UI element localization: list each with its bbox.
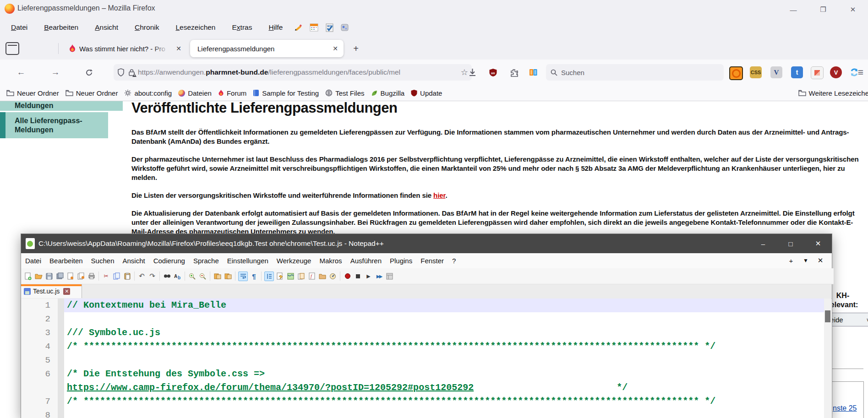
document-list-icon[interactable]	[297, 272, 306, 281]
notepad-minimize-button[interactable]: –	[749, 234, 777, 253]
sync-horizontal-icon[interactable]	[224, 272, 232, 281]
new-file-icon[interactable]	[24, 272, 33, 281]
bookmark-about-config[interactable]: about:config	[124, 89, 172, 97]
downloads-icon[interactable]	[465, 65, 480, 79]
npp-menu-ansicht[interactable]: Ansicht	[118, 255, 149, 266]
word-wrap-icon[interactable]	[238, 271, 248, 281]
function-list-icon[interactable]	[276, 272, 284, 281]
extension-icon-t[interactable]: t	[791, 66, 803, 78]
tab-close-icon[interactable]: ✕	[330, 43, 341, 54]
minimize-button[interactable]: —	[783, 4, 804, 16]
doc-tab-test-uc-js[interactable]: Test.uc.js ✕	[21, 284, 82, 298]
forward-icon[interactable]: →	[48, 65, 63, 79]
tracking-shield-icon[interactable]	[117, 68, 125, 76]
zoom-in-icon[interactable]	[188, 272, 197, 281]
bookmark-weitere-lesezeichen[interactable]: Weitere Lesezeiche	[798, 89, 868, 97]
npp-menu-codierung[interactable]: Codierung	[149, 255, 189, 266]
menu-bearbeiten[interactable]: Bearbeiten	[38, 21, 84, 34]
npp-menu-ausfuehren[interactable]: Ausführen	[346, 255, 386, 266]
sidebar-item-alle-lieferengpass-meldungen[interactable]: Alle Lieferengpass-Meldungen	[0, 112, 108, 138]
close-all-icon[interactable]	[76, 272, 85, 281]
bookmark-bugzilla[interactable]: Bugzilla	[371, 89, 405, 97]
run-macro-multiple-icon[interactable]: ▶▶	[375, 272, 383, 281]
notepad-title-bar[interactable]: C:\Users\weiss\AppData\Roaming\Mozilla\F…	[21, 234, 832, 253]
close-button[interactable]: ✕	[842, 4, 863, 16]
stop-macro-icon[interactable]	[354, 272, 362, 281]
save-all-icon[interactable]	[55, 272, 64, 281]
bookmark-test-files[interactable]: Test Files	[325, 89, 364, 97]
extension-icon-page[interactable]	[811, 66, 824, 79]
bookmark-sample-for-testing[interactable]: Sample for Testing	[253, 89, 319, 97]
show-all-characters-icon[interactable]: ¶	[250, 272, 258, 281]
extensions-puzzle-icon[interactable]	[507, 65, 521, 79]
npp-menu-werkzeuge[interactable]: Werkzeuge	[273, 255, 316, 266]
npp-menu-datei[interactable]: Datei	[21, 255, 45, 266]
notepad-close-button[interactable]: ✕	[804, 234, 832, 253]
npp-menu-close-button[interactable]: ✕	[814, 255, 826, 266]
menu-datei[interactable]: Datei	[5, 21, 33, 34]
extension-icon-red-v[interactable]: V	[830, 66, 842, 78]
menu-extras[interactable]: Extras	[227, 21, 258, 34]
folder-workspace-icon[interactable]	[318, 272, 327, 281]
editor-vertical-scrollbar[interactable]	[824, 299, 831, 418]
calendar-icon[interactable]	[308, 22, 319, 33]
bookmark-neuer-ordner-2[interactable]: Neuer Ordner	[66, 89, 118, 97]
function-signature-icon[interactable]: f	[307, 272, 316, 281]
npp-menu-suchen[interactable]: Suchen	[87, 255, 119, 266]
menu-lesezeichen[interactable]: Lesezeichen	[170, 21, 221, 34]
hier-link[interactable]: hier	[433, 191, 445, 199]
open-file-icon[interactable]	[34, 272, 43, 281]
sync-vertical-icon[interactable]	[213, 272, 222, 281]
menu-chronik[interactable]: Chronik	[129, 21, 164, 34]
close-file-icon[interactable]	[66, 272, 75, 281]
menu-hilfe[interactable]: Hilfe	[263, 21, 288, 34]
hamburger-menu-icon[interactable]: ≡	[853, 65, 868, 79]
menu-ansicht[interactable]: Ansicht	[89, 21, 124, 34]
w3c-validator-icon[interactable]: W3C	[324, 22, 335, 33]
reload-icon[interactable]	[82, 65, 96, 79]
npp-menu-bearbeiten[interactable]: Bearbeiten	[45, 255, 87, 266]
tab-lieferengpassmeldungen[interactable]: Lieferengpassmeldungen ✕	[190, 40, 344, 57]
extension-icon-1[interactable]	[729, 66, 743, 80]
lock-warning-icon[interactable]	[128, 69, 135, 76]
camp-firefox-url[interactable]: https://www.camp-firefox.de/forum/thema/…	[67, 382, 474, 393]
npp-plus-button[interactable]: +	[785, 255, 797, 266]
tab-was-stimmt-hier-nicht[interactable]: Was stimmt hier nicht? - Pro ✕	[64, 40, 184, 57]
replace-icon[interactable]: Ab	[173, 272, 182, 281]
sidebar-item-meldungen[interactable]: Meldungen	[0, 101, 123, 111]
find-icon[interactable]	[163, 272, 171, 281]
save-macro-icon[interactable]	[385, 272, 394, 281]
pagination-naechste-link[interactable]: nste 25	[833, 404, 857, 413]
record-macro-icon[interactable]	[343, 272, 352, 281]
ublock-origin-icon[interactable]: uo	[486, 65, 500, 79]
back-icon[interactable]: ←	[14, 65, 28, 79]
url-bar[interactable]: https://anwendungen.pharmnet-bund.de/lie…	[114, 64, 472, 81]
play-macro-icon[interactable]: ▶	[364, 272, 373, 281]
print-icon[interactable]	[87, 272, 96, 281]
addon-misc-icon[interactable]	[339, 22, 350, 33]
undo-icon[interactable]: ↶	[137, 272, 146, 281]
redo-icon[interactable]: ↷	[148, 272, 157, 281]
cut-icon[interactable]: ✂	[102, 272, 110, 281]
npp-menu-makros[interactable]: Makros	[315, 255, 346, 266]
bookmark-forum[interactable]: Forum	[218, 89, 246, 97]
paste-icon[interactable]	[123, 272, 131, 281]
bookmark-dateien[interactable]: Dateien	[178, 89, 212, 97]
extension-icon-v[interactable]: V	[770, 66, 782, 78]
npp-menu-sprache[interactable]: Sprache	[189, 255, 223, 266]
bookmark-update[interactable]: Update	[411, 89, 442, 97]
code-editor[interactable]: 1// Kontextmenu bei Mira_Belle 2 3/// Sy…	[21, 299, 831, 418]
monitor-icon[interactable]	[328, 272, 337, 281]
zoom-out-icon[interactable]	[198, 272, 207, 281]
restore-button[interactable]: ❐	[813, 4, 834, 16]
bookmark-neuer-ordner-1[interactable]: Neuer Ordner	[6, 89, 59, 97]
new-tab-button[interactable]: +	[349, 42, 363, 55]
extension-battery-icon[interactable]	[526, 65, 540, 79]
copy-icon[interactable]	[112, 272, 121, 281]
npp-menu-plugins[interactable]: Plugins	[386, 255, 416, 266]
indent-guide-icon[interactable]	[264, 271, 274, 281]
document-map-icon[interactable]	[286, 272, 295, 281]
pencil-icon[interactable]	[293, 22, 304, 33]
tab-close-icon[interactable]: ✕	[173, 43, 184, 54]
search-bar[interactable]: Suchen	[546, 64, 724, 81]
